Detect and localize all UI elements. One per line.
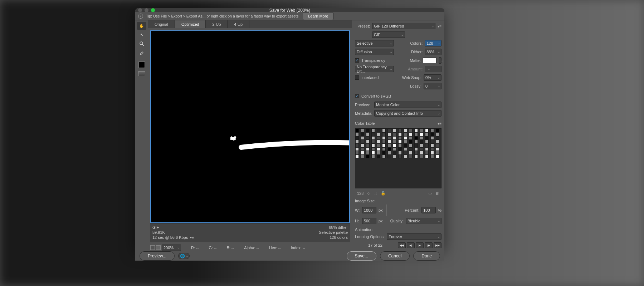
color-swatch[interactable] xyxy=(409,136,413,140)
color-swatch[interactable] xyxy=(404,151,407,154)
color-swatch[interactable] xyxy=(398,140,402,143)
color-swatch[interactable] xyxy=(430,151,434,154)
color-swatch[interactable] xyxy=(382,132,386,136)
color-swatch[interactable] xyxy=(398,147,402,151)
color-swatch[interactable] xyxy=(430,140,434,143)
color-swatch[interactable] xyxy=(425,129,429,132)
color-swatch[interactable] xyxy=(425,132,429,136)
first-frame-button[interactable]: ◀◀ xyxy=(398,242,406,248)
color-swatch[interactable] xyxy=(398,151,402,154)
done-button[interactable]: Done xyxy=(413,251,440,261)
color-swatch[interactable] xyxy=(377,144,380,147)
color-swatch[interactable] xyxy=(387,144,391,147)
preview-menu-icon[interactable]: ▾≡ xyxy=(190,236,194,240)
color-swatch[interactable] xyxy=(414,147,418,151)
color-swatch[interactable] xyxy=(366,147,370,151)
color-swatch[interactable] xyxy=(425,144,429,147)
transparency-checkbox[interactable]: ✓ xyxy=(355,58,359,63)
srgb-checkbox[interactable]: ✓ xyxy=(355,94,359,98)
color-swatch[interactable] xyxy=(382,147,386,151)
color-swatch[interactable] xyxy=(355,151,359,154)
color-swatch[interactable] xyxy=(382,151,386,154)
preset-select[interactable]: GIF 128 Dithered xyxy=(372,23,435,29)
color-swatch[interactable] xyxy=(420,132,423,136)
preview-canvas[interactable]: twentyt xyxy=(150,30,350,223)
color-swatch[interactable] xyxy=(430,147,434,151)
color-swatch[interactable] xyxy=(398,132,402,136)
color-swatch[interactable] xyxy=(404,155,407,158)
color-swatch[interactable] xyxy=(420,144,423,147)
color-swatch[interactable] xyxy=(371,132,375,136)
color-swatch[interactable] xyxy=(430,136,434,140)
transp-dither-select[interactable]: No Transparency Dit... xyxy=(355,66,394,72)
color-swatch[interactable] xyxy=(361,147,364,151)
color-swatch[interactable] xyxy=(393,155,396,158)
cancel-button[interactable]: Cancel xyxy=(380,251,410,261)
color-swatch[interactable] xyxy=(436,140,439,143)
color-swatch[interactable] xyxy=(409,151,413,154)
color-swatch[interactable] xyxy=(393,140,396,143)
color-swatch[interactable] xyxy=(377,140,380,143)
color-swatch[interactable] xyxy=(377,151,380,154)
color-swatch[interactable] xyxy=(436,129,439,132)
color-swatch[interactable] xyxy=(393,144,396,147)
ct-snap-icon[interactable]: ◇ xyxy=(367,191,370,196)
save-button[interactable]: Save... xyxy=(347,251,376,261)
color-swatch[interactable] xyxy=(387,151,391,154)
color-swatch[interactable] xyxy=(382,129,386,132)
color-swatch[interactable] xyxy=(404,147,407,151)
color-swatch[interactable] xyxy=(361,129,364,132)
color-swatch[interactable] xyxy=(393,132,396,136)
ct-trash-icon[interactable]: 🗑 xyxy=(435,191,439,196)
color-swatch[interactable] xyxy=(409,140,413,143)
color-swatch[interactable] xyxy=(409,132,413,136)
matte-caret[interactable] xyxy=(439,57,441,64)
width-input[interactable] xyxy=(362,207,376,213)
color-swatch[interactable] xyxy=(361,140,364,143)
original-size-icon[interactable] xyxy=(150,245,155,250)
reduction-select[interactable]: Selective xyxy=(355,40,394,46)
link-dimensions-icon[interactable] xyxy=(385,204,388,216)
prev-frame-button[interactable]: ◀| xyxy=(407,242,415,248)
color-swatch[interactable] xyxy=(404,136,407,140)
color-swatch[interactable] xyxy=(409,147,413,151)
quality-select[interactable]: Bicubic xyxy=(406,218,441,224)
preview-button[interactable]: Preview... xyxy=(140,251,175,261)
color-swatch[interactable] xyxy=(398,155,402,158)
color-swatch[interactable] xyxy=(366,144,370,147)
color-swatch[interactable] xyxy=(366,151,370,154)
height-input[interactable] xyxy=(362,218,376,224)
learn-more-button[interactable]: Learn More xyxy=(303,12,333,20)
color-swatch[interactable] xyxy=(377,132,380,136)
color-swatch[interactable] xyxy=(361,132,364,136)
eyedropper-color-swatch[interactable] xyxy=(137,61,146,69)
hand-tool-icon[interactable]: ✋ xyxy=(137,22,146,30)
color-swatch[interactable] xyxy=(387,129,391,132)
color-swatch[interactable] xyxy=(366,132,370,136)
color-swatch[interactable] xyxy=(420,129,423,132)
color-table[interactable] xyxy=(355,128,441,188)
color-swatch[interactable] xyxy=(366,140,370,143)
color-swatch[interactable] xyxy=(393,151,396,154)
preview-select[interactable]: Monitor Color xyxy=(374,102,441,108)
websnap-select[interactable]: 0% xyxy=(424,74,441,81)
color-swatch[interactable] xyxy=(371,151,375,154)
color-table-menu-icon[interactable]: ▾≡ xyxy=(438,122,441,125)
color-swatch[interactable] xyxy=(387,132,391,136)
tab-optimized[interactable]: Optimized xyxy=(175,20,206,28)
next-frame-button[interactable]: |▶ xyxy=(425,242,433,248)
color-swatch[interactable] xyxy=(409,129,413,132)
color-swatch[interactable] xyxy=(425,155,429,158)
color-swatch[interactable] xyxy=(361,136,364,140)
browser-select[interactable]: 🌐 xyxy=(178,253,190,259)
format-select[interactable]: GIF xyxy=(372,31,405,38)
eyedropper-tool-icon[interactable] xyxy=(137,49,146,56)
color-swatch[interactable] xyxy=(382,140,386,143)
color-swatch[interactable] xyxy=(355,136,359,140)
color-swatch[interactable] xyxy=(377,147,380,151)
color-swatch[interactable] xyxy=(371,155,375,158)
color-swatch[interactable] xyxy=(361,144,364,147)
color-swatch[interactable] xyxy=(436,147,439,151)
ct-lock-icon[interactable]: 🔒 xyxy=(381,191,386,196)
color-swatch[interactable] xyxy=(425,140,429,143)
